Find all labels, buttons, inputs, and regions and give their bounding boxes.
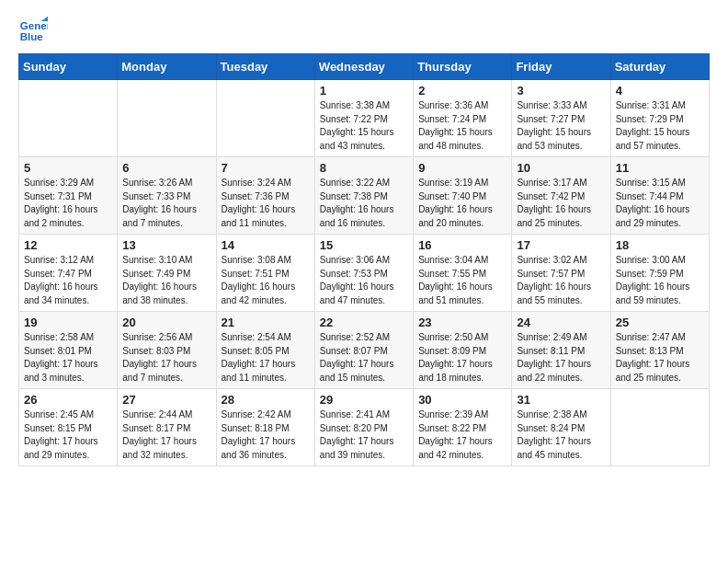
day-number: 11 <box>616 161 704 175</box>
day-number: 22 <box>320 316 408 329</box>
logo: General Blue <box>18 15 51 44</box>
calendar-cell: 4Sunrise: 3:31 AM Sunset: 7:29 PM Daylig… <box>610 80 709 157</box>
calendar-cell: 13Sunrise: 3:10 AM Sunset: 7:49 PM Dayli… <box>118 235 216 312</box>
calendar-cell: 3Sunrise: 3:33 AM Sunset: 7:27 PM Daylig… <box>512 80 610 157</box>
day-info: Sunrise: 2:58 AM Sunset: 8:01 PM Dayligh… <box>24 331 112 385</box>
weekday-header-wednesday: Wednesday <box>314 54 413 80</box>
day-info: Sunrise: 3:00 AM Sunset: 7:59 PM Dayligh… <box>616 254 704 307</box>
day-number: 19 <box>24 316 112 329</box>
day-number: 3 <box>517 84 605 98</box>
calendar-cell: 7Sunrise: 3:24 AM Sunset: 7:36 PM Daylig… <box>216 157 314 235</box>
day-number: 28 <box>222 393 310 407</box>
day-number: 16 <box>418 238 506 252</box>
day-number: 8 <box>320 161 408 175</box>
calendar-cell: 5Sunrise: 3:29 AM Sunset: 7:31 PM Daylig… <box>19 157 118 235</box>
day-number: 10 <box>517 161 605 175</box>
day-number: 21 <box>222 316 310 329</box>
day-info: Sunrise: 3:02 AM Sunset: 7:57 PM Dayligh… <box>517 254 605 307</box>
day-info: Sunrise: 2:39 AM Sunset: 8:22 PM Dayligh… <box>418 408 506 462</box>
calendar-cell: 6Sunrise: 3:26 AM Sunset: 7:33 PM Daylig… <box>118 157 216 235</box>
day-info: Sunrise: 2:54 AM Sunset: 8:05 PM Dayligh… <box>222 331 310 385</box>
day-number: 26 <box>24 393 112 407</box>
calendar-cell <box>610 389 709 466</box>
day-number: 31 <box>517 393 605 407</box>
logo-icon: General Blue <box>18 15 48 44</box>
calendar-cell: 25Sunrise: 2:47 AM Sunset: 8:13 PM Dayli… <box>610 312 709 389</box>
calendar-cell: 27Sunrise: 2:44 AM Sunset: 8:17 PM Dayli… <box>118 389 216 466</box>
page: General Blue SundayMondayTuesdayWednesda… <box>0 0 728 563</box>
day-number: 17 <box>517 238 605 252</box>
calendar-cell: 8Sunrise: 3:22 AM Sunset: 7:38 PM Daylig… <box>314 157 413 235</box>
calendar-cell <box>19 80 118 157</box>
calendar-cell: 11Sunrise: 3:15 AM Sunset: 7:44 PM Dayli… <box>610 157 709 235</box>
day-info: Sunrise: 2:41 AM Sunset: 8:20 PM Dayligh… <box>320 408 408 462</box>
day-number: 13 <box>122 238 210 252</box>
calendar-cell: 30Sunrise: 2:39 AM Sunset: 8:22 PM Dayli… <box>414 389 512 466</box>
day-number: 18 <box>616 238 704 252</box>
calendar-week-row: 26Sunrise: 2:45 AM Sunset: 8:15 PM Dayli… <box>19 389 710 466</box>
day-info: Sunrise: 2:38 AM Sunset: 8:24 PM Dayligh… <box>517 408 605 462</box>
weekday-header-sunday: Sunday <box>19 54 118 80</box>
calendar-cell: 19Sunrise: 2:58 AM Sunset: 8:01 PM Dayli… <box>19 312 118 389</box>
day-number: 30 <box>418 393 506 407</box>
calendar-cell: 20Sunrise: 2:56 AM Sunset: 8:03 PM Dayli… <box>118 312 216 389</box>
day-number: 7 <box>222 161 310 175</box>
day-info: Sunrise: 3:29 AM Sunset: 7:31 PM Dayligh… <box>24 177 112 230</box>
day-number: 27 <box>122 393 210 407</box>
calendar-cell: 16Sunrise: 3:04 AM Sunset: 7:55 PM Dayli… <box>414 235 512 312</box>
weekday-header-thursday: Thursday <box>414 54 512 80</box>
day-number: 6 <box>122 161 210 175</box>
day-info: Sunrise: 3:15 AM Sunset: 7:44 PM Dayligh… <box>616 177 704 230</box>
day-info: Sunrise: 3:19 AM Sunset: 7:40 PM Dayligh… <box>418 177 506 230</box>
day-number: 12 <box>24 238 112 252</box>
weekday-header-friday: Friday <box>512 54 610 80</box>
day-number: 15 <box>320 238 408 252</box>
calendar-cell: 2Sunrise: 3:36 AM Sunset: 7:24 PM Daylig… <box>414 80 512 157</box>
calendar-week-row: 5Sunrise: 3:29 AM Sunset: 7:31 PM Daylig… <box>19 157 710 235</box>
day-number: 14 <box>222 238 310 252</box>
calendar-cell: 29Sunrise: 2:41 AM Sunset: 8:20 PM Dayli… <box>314 389 413 466</box>
header: General Blue <box>18 15 710 44</box>
day-info: Sunrise: 2:49 AM Sunset: 8:11 PM Dayligh… <box>517 331 605 385</box>
day-number: 20 <box>122 316 210 329</box>
day-number: 24 <box>517 316 605 329</box>
day-info: Sunrise: 3:04 AM Sunset: 7:55 PM Dayligh… <box>418 254 506 307</box>
calendar-cell: 14Sunrise: 3:08 AM Sunset: 7:51 PM Dayli… <box>216 235 314 312</box>
day-info: Sunrise: 3:31 AM Sunset: 7:29 PM Dayligh… <box>616 99 704 153</box>
day-number: 9 <box>418 161 506 175</box>
weekday-header-saturday: Saturday <box>610 54 709 80</box>
calendar-cell: 17Sunrise: 3:02 AM Sunset: 7:57 PM Dayli… <box>512 235 610 312</box>
day-info: Sunrise: 3:12 AM Sunset: 7:47 PM Dayligh… <box>24 254 112 307</box>
day-info: Sunrise: 3:33 AM Sunset: 7:27 PM Dayligh… <box>517 99 605 153</box>
calendar-cell: 28Sunrise: 2:42 AM Sunset: 8:18 PM Dayli… <box>216 389 314 466</box>
calendar-cell: 23Sunrise: 2:50 AM Sunset: 8:09 PM Dayli… <box>414 312 512 389</box>
day-number: 23 <box>418 316 506 329</box>
day-info: Sunrise: 2:44 AM Sunset: 8:17 PM Dayligh… <box>122 408 210 462</box>
day-info: Sunrise: 2:56 AM Sunset: 8:03 PM Dayligh… <box>122 331 210 385</box>
calendar-cell: 10Sunrise: 3:17 AM Sunset: 7:42 PM Dayli… <box>512 157 610 235</box>
calendar-cell <box>118 80 216 157</box>
weekday-header-monday: Monday <box>118 54 216 80</box>
calendar-cell: 22Sunrise: 2:52 AM Sunset: 8:07 PM Dayli… <box>314 312 413 389</box>
calendar-cell: 26Sunrise: 2:45 AM Sunset: 8:15 PM Dayli… <box>19 389 118 466</box>
calendar-week-row: 1Sunrise: 3:38 AM Sunset: 7:22 PM Daylig… <box>19 80 710 157</box>
calendar-cell: 12Sunrise: 3:12 AM Sunset: 7:47 PM Dayli… <box>19 235 118 312</box>
day-number: 5 <box>24 161 112 175</box>
day-info: Sunrise: 3:24 AM Sunset: 7:36 PM Dayligh… <box>222 177 310 230</box>
day-info: Sunrise: 2:52 AM Sunset: 8:07 PM Dayligh… <box>320 331 408 385</box>
day-number: 2 <box>418 84 506 98</box>
svg-text:General: General <box>20 20 48 31</box>
svg-text:Blue: Blue <box>20 31 44 42</box>
day-info: Sunrise: 2:45 AM Sunset: 8:15 PM Dayligh… <box>24 408 112 462</box>
calendar-cell <box>216 80 314 157</box>
calendar-cell: 21Sunrise: 2:54 AM Sunset: 8:05 PM Dayli… <box>216 312 314 389</box>
day-number: 1 <box>320 84 408 98</box>
weekday-header-tuesday: Tuesday <box>216 54 314 80</box>
day-info: Sunrise: 3:17 AM Sunset: 7:42 PM Dayligh… <box>517 177 605 230</box>
calendar-table: SundayMondayTuesdayWednesdayThursdayFrid… <box>18 53 710 466</box>
day-info: Sunrise: 3:06 AM Sunset: 7:53 PM Dayligh… <box>320 254 408 307</box>
day-number: 29 <box>320 393 408 407</box>
calendar-week-row: 19Sunrise: 2:58 AM Sunset: 8:01 PM Dayli… <box>19 312 710 389</box>
day-info: Sunrise: 3:26 AM Sunset: 7:33 PM Dayligh… <box>122 177 210 230</box>
day-info: Sunrise: 2:50 AM Sunset: 8:09 PM Dayligh… <box>418 331 506 385</box>
